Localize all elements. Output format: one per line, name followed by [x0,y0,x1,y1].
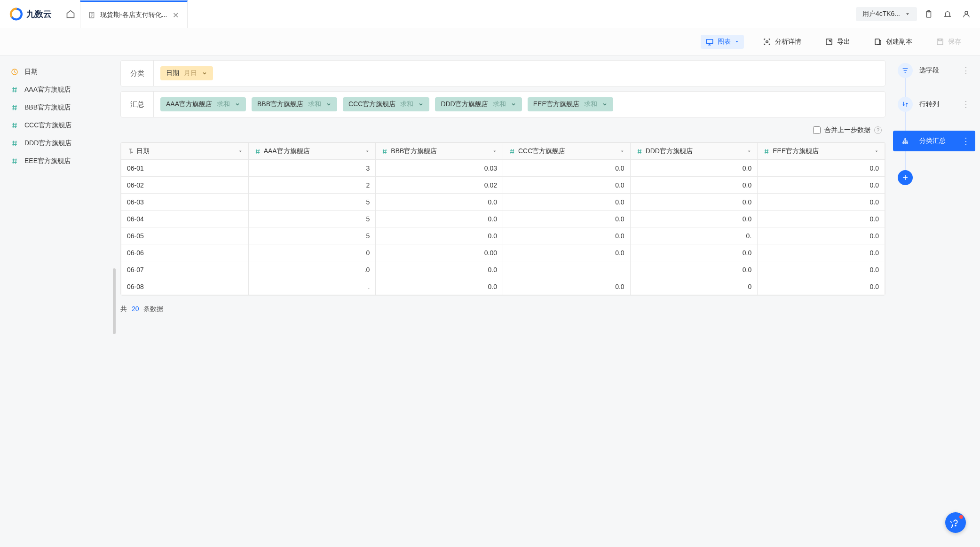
column-dropdown-icon[interactable] [365,149,370,154]
date-chip[interactable]: 日期 月日 [160,66,213,80]
field-item[interactable]: CCC官方旗舰店 [5,117,113,134]
user-label: 用户4cTK6... [862,10,900,18]
column-header[interactable]: AAA官方旗舰店 [248,143,376,160]
chevron-down-icon [202,70,207,76]
field-list: 日期AAA官方旗舰店BBB官方旗舰店CCC官方旗舰店DDD官方旗舰店EEE官方旗… [0,55,118,547]
chevron-down-icon [511,102,516,107]
svg-line-39 [256,149,257,153]
tab-label: 现货期-各店支付转化... [100,11,167,19]
table-row: 06-07.00.00.00.0 [121,261,885,278]
merge-label: 合并上一步数据 [824,126,870,134]
export-button[interactable]: 导出 [820,35,855,49]
caret-down-icon [905,11,910,17]
caret-down-icon [735,39,739,44]
column-header[interactable]: CCC官方旗舰店 [503,143,630,160]
help-icon[interactable]: ? [874,126,882,134]
svg-line-55 [765,149,766,153]
number-icon [10,104,19,111]
svg-point-6 [965,11,968,14]
column-header[interactable]: DDD官方旗舰店 [630,143,758,160]
chevron-down-icon [418,102,424,107]
svg-line-43 [383,149,384,153]
aggregate-chip[interactable]: AAA官方旗舰店求和 [160,97,246,111]
aggregate-chip[interactable]: EEE官方旗舰店求和 [528,97,613,111]
home-button[interactable] [61,5,80,23]
copy-icon [874,38,882,46]
text-icon [127,148,134,155]
column-dropdown-icon[interactable] [492,149,497,154]
svg-point-60 [905,139,906,140]
field-item[interactable]: AAA官方旗舰店 [5,81,113,99]
field-item[interactable]: BBB官方旗舰店 [5,99,113,117]
svg-point-36 [131,152,132,153]
svg-rect-12 [875,39,879,45]
column-dropdown-icon[interactable] [874,149,879,154]
save-icon [936,38,944,46]
svg-rect-7 [706,39,713,43]
number-icon [10,86,19,94]
chevron-down-icon [235,102,240,107]
svg-point-64 [955,525,956,526]
table-row: 06-08.0.00.000.0 [121,278,885,295]
aggregate-chip[interactable]: CCC官方旗舰店求和 [343,97,429,111]
svg-line-51 [638,149,639,153]
filter-icon [898,63,913,78]
more-icon[interactable]: ⋮ [962,136,975,146]
aggregate-chip[interactable]: BBB官方旗舰店求和 [252,97,337,111]
number-icon [763,148,770,155]
more-icon[interactable]: ⋮ [962,65,975,76]
summary-label: 汇总 [121,92,154,117]
table-row: 06-0130.030.00.00.0 [121,160,885,177]
tab-close-button[interactable]: ✕ [172,10,180,21]
more-icon[interactable]: ⋮ [962,99,975,109]
details-button[interactable]: 分析详情 [758,35,806,49]
merge-checkbox[interactable] [813,126,821,134]
svg-line-18 [13,87,14,93]
tab-current[interactable]: 现货期-各店支付转化... ✕ [80,0,188,28]
field-label: EEE官方旗舰店 [24,157,71,165]
column-header[interactable]: 日期 [121,143,249,160]
bell-icon[interactable] [943,10,952,18]
field-label: DDD官方旗舰店 [24,139,71,148]
column-dropdown-icon[interactable] [620,149,624,154]
field-item[interactable]: 日期 [5,63,113,81]
copy-button[interactable]: 创建副本 [869,35,917,49]
pipeline-step[interactable]: 行转列⋮ [893,97,975,112]
table-row: 06-0600.000.00.00.0 [121,244,885,261]
user-dropdown[interactable]: 用户4cTK6... [856,7,917,21]
add-step-button[interactable]: + [898,170,913,185]
column-header[interactable]: BBB官方旗舰店 [376,143,503,160]
svg-line-34 [13,159,14,164]
logo[interactable]: 九数云 [0,0,61,28]
field-item[interactable]: EEE官方旗舰店 [5,152,113,170]
svg-line-44 [386,149,386,153]
pipeline-step[interactable]: 选字段⋮ [893,63,975,78]
merge-row: 合并上一步数据 ? [120,117,885,139]
field-item[interactable]: DDD官方旗舰店 [5,134,113,152]
number-icon [509,148,515,155]
chevron-down-icon [326,102,332,107]
clipboard-icon[interactable] [925,10,933,18]
pipeline-step[interactable]: 分类汇总⋮ [893,131,975,151]
svg-line-40 [258,149,259,153]
column-dropdown-icon[interactable] [747,149,751,154]
svg-line-48 [513,149,514,153]
svg-line-31 [16,141,16,146]
data-table: 日期AAA官方旗舰店BBB官方旗舰店CCC官方旗舰店DDD官方旗舰店EEE官方旗… [120,142,885,296]
chart-icon [705,38,714,46]
svg-line-35 [16,159,16,164]
chart-button[interactable]: 图表 [701,35,744,49]
svg-line-23 [16,105,16,110]
user-icon[interactable] [962,10,971,18]
pipeline-panel: 选字段⋮行转列⋮分类汇总⋮ + [888,55,980,547]
field-label: BBB官方旗舰店 [24,103,71,112]
svg-line-19 [16,87,16,93]
table-footer: 共 20 条数据 [120,296,885,318]
aggregate-chip[interactable]: DDD官方旗舰店求和 [435,97,522,111]
table-row: 06-0350.00.00.00.0 [121,194,885,211]
column-dropdown-icon[interactable] [238,149,243,154]
svg-line-30 [13,141,14,146]
floating-help-button[interactable] [945,512,966,533]
column-header[interactable]: EEE官方旗舰店 [758,143,885,160]
toolbar: 图表 分析详情 导出 创建副本 保存 [0,28,980,55]
